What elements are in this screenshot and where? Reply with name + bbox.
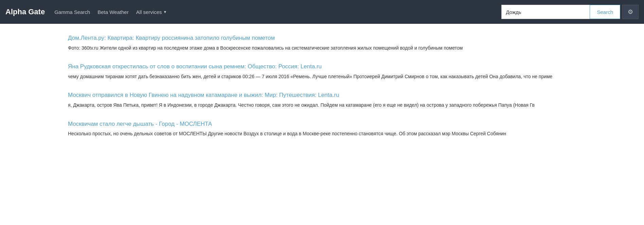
result-title[interactable]: Дом.Лента.ру: Квартира: Квартиру россиян…: [68, 34, 576, 42]
result-description: я, Джакарта, остров Ява Петька, привет! …: [68, 101, 576, 109]
result-title[interactable]: Москвич отправился в Новую Гвинею на над…: [68, 91, 576, 99]
nav-all-services[interactable]: All services ▼: [136, 9, 167, 15]
search-results: Дом.Лента.ру: Квартира: Квартиру россиян…: [0, 24, 644, 162]
result-item: Яна Рудковская открестилась от слов о во…: [68, 63, 576, 80]
search-input[interactable]: [501, 5, 590, 19]
result-title[interactable]: Москвичам стало легче дышать - Город - М…: [68, 120, 576, 128]
header-right: Search ⚙: [501, 5, 639, 19]
nav-gamma-search[interactable]: Gamma Search: [54, 9, 90, 15]
result-description: Фото: 360tv.ru Жители одной из квартир н…: [68, 44, 576, 52]
header: Alpha Gate Gamma Search Beta Weather All…: [0, 0, 644, 24]
result-title[interactable]: Яна Рудковская открестилась от слов о во…: [68, 63, 576, 71]
all-services-label: All services: [136, 9, 162, 15]
chevron-down-icon: ▼: [163, 10, 167, 14]
result-item: Дом.Лента.ру: Квартира: Квартиру россиян…: [68, 34, 576, 52]
result-item: Москвичам стало легче дышать - Город - М…: [68, 120, 576, 138]
settings-button[interactable]: ⚙: [622, 5, 639, 19]
result-description: Несколько простых, но очень дельных сове…: [68, 130, 576, 137]
gear-icon: ⚙: [628, 8, 633, 16]
nav-beta-weather[interactable]: Beta Weather: [97, 9, 128, 15]
search-button[interactable]: Search: [590, 5, 620, 19]
logo[interactable]: Alpha Gate: [5, 7, 45, 16]
result-description: чему домашним тиранам хотят дать безнака…: [68, 73, 576, 80]
result-item: Москвич отправился в Новую Гвинею на над…: [68, 91, 576, 109]
